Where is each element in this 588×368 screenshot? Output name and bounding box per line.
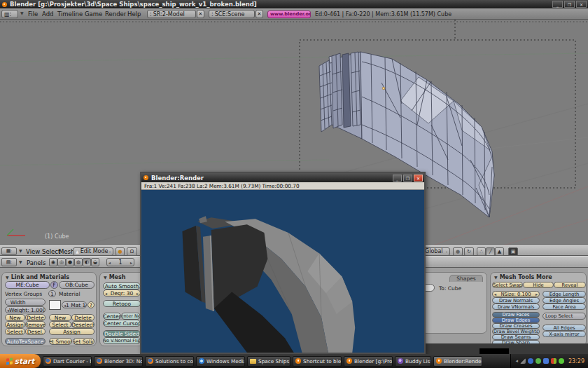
update-icon[interactable] <box>543 358 549 364</box>
vertex-group-dropdown[interactable]: :Width <box>5 299 46 306</box>
material-assign-button[interactable]: Assign <box>49 328 94 335</box>
safely-remove-icon[interactable] <box>559 358 564 364</box>
draw-normals-toggle[interactable]: Draw Normals <box>492 297 540 304</box>
center-cursor-button[interactable]: Center Cursor <box>103 320 141 327</box>
menu-game[interactable]: Game <box>85 11 102 18</box>
rotate-view-icon[interactable]: ↻ <box>464 247 474 256</box>
mesh-name-field[interactable]: ME:Cube <box>5 281 50 289</box>
blender-version-button[interactable]: www.blender.org 246 <box>267 11 311 18</box>
center-new-button[interactable]: Center New <box>121 313 141 320</box>
menu-render[interactable]: Render <box>105 11 126 18</box>
reveal-button[interactable]: Reveal <box>554 282 586 288</box>
maximize-button[interactable]: ❐ <box>564 1 575 8</box>
maximize-button[interactable]: ❐ <box>403 175 412 182</box>
taskbar-item-blender-main[interactable]: Blender [g:\Prosjek... <box>344 356 393 367</box>
panel-collapse-icon[interactable]: ▼ <box>104 275 107 280</box>
material-new-button[interactable]: New <box>49 314 71 321</box>
face-area-toggle[interactable]: Face Area <box>542 304 586 310</box>
render-window[interactable]: Blender:Render _ ❐ ✕ Fra:1 Ve:241 Fa:238… <box>140 172 426 354</box>
taskbar-clock[interactable]: 23:29 <box>568 358 584 364</box>
degr-slider[interactable]: ◂Degr: 30▸ <box>103 289 141 297</box>
no-vnormal-flip-toggle[interactable]: No V.Normal Flip <box>103 337 141 344</box>
panel-title[interactable]: ▼Mesh Tools More <box>494 274 552 280</box>
draw-type-dropdown[interactable]: ● <box>115 247 125 256</box>
start-button[interactable]: start <box>0 354 41 368</box>
frame-spinner[interactable]: ◂1▸ <box>106 258 134 266</box>
draw-seams-toggle[interactable]: Draw Seams <box>492 334 540 340</box>
material-color-swatch[interactable] <box>49 300 61 310</box>
slider-right-icon[interactable]: ▸ <box>536 292 538 297</box>
editor-type-selector[interactable]: ▦: <box>1 247 17 255</box>
set-smooth-button[interactable]: Set Smooth <box>49 338 72 345</box>
taskbar-item-wmp[interactable]: Windows Media Pla... <box>196 356 245 367</box>
context-script-icon[interactable]: ◎ <box>57 258 66 266</box>
close-button[interactable]: ✕ <box>414 175 423 182</box>
panel-title[interactable]: ▼Link and Materials <box>6 274 69 280</box>
menu-view[interactable]: View <box>26 248 40 255</box>
spinner-right-icon[interactable]: ▸ <box>130 260 132 265</box>
draw-bevel-weights-toggle[interactable]: Draw Bevel Weights <box>492 329 540 334</box>
header-collapse-icon[interactable]: ▼ <box>19 259 22 264</box>
render-window-titlebar[interactable]: Blender:Render _ ❐ ✕ <box>141 173 424 182</box>
panel-title[interactable]: ▼Mesh <box>104 274 125 280</box>
vgroup-deselect-button[interactable]: Desel. <box>25 328 46 335</box>
vgroup-assign-button[interactable]: Assign <box>5 321 25 328</box>
proportional-edit-icon[interactable]: Ω <box>127 247 137 256</box>
draw-vnormals-toggle[interactable]: Draw VNormals <box>492 304 540 310</box>
header-collapse-icon[interactable]: ▼ <box>19 248 22 253</box>
material-help-button[interactable]: ? <box>88 301 94 308</box>
set-solid-button[interactable]: Set Solid <box>73 338 94 345</box>
material-deselect-button[interactable]: Deselect <box>71 321 94 328</box>
all-edges-toggle[interactable]: All Edges <box>542 325 586 331</box>
draw-creases-toggle[interactable]: Draw Creases <box>492 323 540 329</box>
hide-button[interactable]: Hide <box>523 282 554 288</box>
taskbar-item-buddy-list[interactable]: Buddy List <box>395 356 431 367</box>
vgroup-delete-button[interactable]: Delete <box>25 314 46 321</box>
spinner-left-icon[interactable]: ◂ <box>108 260 111 265</box>
messenger-icon[interactable] <box>536 358 541 364</box>
material-slot-spinner[interactable]: ◂1 Mat 1▸ <box>62 301 87 308</box>
draw-edges-toggle[interactable]: Draw Edges <box>492 318 540 323</box>
vgroup-new-button[interactable]: New <box>5 314 25 321</box>
mode-dropdown[interactable]: ▲Edit Mode: <box>73 247 113 256</box>
context-shading-icon[interactable]: ● <box>66 258 74 266</box>
edge-angles-toggle[interactable]: Edge Angles <box>542 297 586 304</box>
vgroup-remove-button[interactable]: Remove <box>25 321 46 328</box>
context-logic-icon[interactable]: ◉ <box>49 258 57 266</box>
nsize-slider[interactable]: ◂NSize: 0.100▸ <box>492 291 540 297</box>
minimize-button[interactable]: _ <box>552 1 563 8</box>
panel-collapse-icon[interactable]: ▼ <box>494 275 498 280</box>
menu-help[interactable]: Help <box>127 11 141 18</box>
vertex-select-mode-icon[interactable]: ∴ <box>477 247 486 256</box>
context-object-icon[interactable]: ◍ <box>74 258 83 266</box>
menu-timeline[interactable]: Timeline <box>57 11 83 18</box>
tab-shapes[interactable]: Shapes <box>449 275 483 282</box>
edge-select-mode-icon[interactable]: ╱ <box>486 247 495 256</box>
taskbar-item-blender-render[interactable]: Blender:Render <box>433 356 482 367</box>
menu-file[interactable]: File <box>28 11 38 18</box>
render-preview-icon[interactable]: ▣ <box>508 247 518 256</box>
panel-collapse-icon[interactable]: ▼ <box>6 275 9 280</box>
material-select-button[interactable]: Select <box>49 321 71 328</box>
material-delete-button[interactable]: Delete <box>71 314 94 321</box>
tray-collapse-icon[interactable]: ◂ <box>515 358 518 364</box>
scene-selector[interactable]: :SCE:Scene <box>209 10 255 18</box>
editor-type-selector[interactable]: ▤: <box>1 258 17 266</box>
menu-add[interactable]: Add <box>42 11 53 18</box>
manipulator-icon[interactable]: ● <box>453 247 463 256</box>
slider-left-icon[interactable]: ◂ <box>105 291 107 296</box>
draw-faces-toggle[interactable]: Draw Faces <box>492 312 540 318</box>
context-scene-icon[interactable]: ◒ <box>91 258 99 266</box>
face-select-mode-icon[interactable]: ▲ <box>495 247 504 256</box>
screen-delete-button[interactable]: ✕ <box>197 10 204 18</box>
material-index-field[interactable]: 1 <box>48 290 56 297</box>
network-icon[interactable] <box>528 358 533 364</box>
weight-slider[interactable]: ◂Weight: 1.000▸ <box>5 306 46 313</box>
taskbar-item-space-ships[interactable]: Space Ships <box>247 356 290 367</box>
vgroup-select-button[interactable]: Select <box>5 328 25 335</box>
edge-length-toggle[interactable]: Edge Length <box>542 291 586 297</box>
window-titlebar[interactable]: Blender [g:\Prosjekter\3d\Space Ships\sp… <box>0 0 588 8</box>
orientation-dropdown[interactable]: Global: <box>422 247 450 256</box>
taskbar-item-dart-courier[interactable]: Dart Courier - Mozil... <box>43 356 92 367</box>
screen-selector[interactable]: :SR:2-Model <box>147 10 196 18</box>
